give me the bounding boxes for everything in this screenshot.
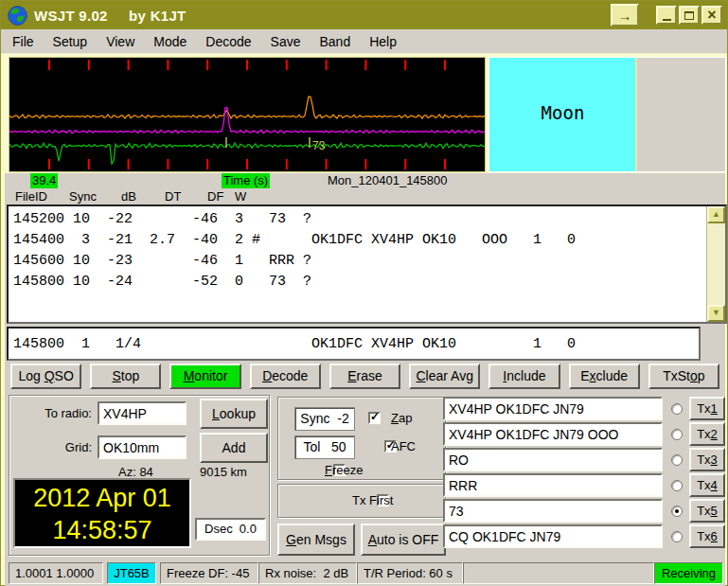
average-row: 145800 1 1/4 OK1DFC XV4HP OK10 1 0 — [5, 327, 725, 361]
spectrum-panel[interactable]: 73 — [9, 57, 486, 172]
sync-threshold-box[interactable]: Sync -2 — [294, 407, 355, 431]
afc-label: AFC — [391, 439, 416, 453]
time-axis-label: Time (s) — [222, 173, 270, 188]
stop-button[interactable]: Stop — [90, 364, 161, 389]
tx1-button[interactable]: Tx1 — [689, 397, 725, 420]
to-radio-input[interactable] — [98, 401, 186, 425]
decode-header-row: FileIDSyncdBDTDFW — [5, 188, 725, 204]
monitor-button[interactable]: Monitor — [169, 364, 240, 389]
tx1-message-input[interactable] — [443, 397, 663, 420]
lookup-button[interactable]: Lookup — [200, 399, 268, 429]
clock-date: 2012 Apr 01 — [15, 482, 189, 514]
decode-window[interactable]: 145200 10 -22 -46 3 73 ? 145400 3 -21 2.… — [7, 204, 727, 324]
close-icon: × — [707, 8, 716, 23]
column-df: DF — [207, 189, 223, 204]
tx4-button[interactable]: Tx4 — [689, 473, 725, 497]
tx2-button[interactable]: Tx2 — [689, 422, 725, 446]
tx4-message-input[interactable] — [443, 473, 663, 497]
scroll-down-icon[interactable]: ▼ — [707, 305, 725, 322]
menu-decode[interactable]: Decode — [196, 30, 260, 53]
menu-mode[interactable]: Mode — [144, 30, 196, 53]
tolerance-box[interactable]: Tol 50 — [294, 435, 355, 459]
column-sync: Sync — [69, 189, 97, 204]
tx3-radio[interactable] — [671, 454, 683, 466]
grid-input[interactable] — [98, 435, 186, 459]
lower-area: 39.4 Time (s) Mon_120401_145800 FileIDSy… — [5, 173, 725, 586]
auto-button[interactable]: Auto is OFF — [361, 524, 446, 556]
tx-rows: Tx1Tx2Tx3Tx4Tx5Tx6 — [443, 396, 725, 549]
spacer-panel — [463, 562, 654, 584]
tx1-radio[interactable] — [671, 403, 683, 415]
txstop-button[interactable]: TxStop — [648, 364, 719, 389]
maximize-button[interactable] — [679, 6, 700, 25]
tx2-message-input[interactable] — [443, 422, 663, 446]
column-w: W — [235, 189, 246, 204]
tx-row-1: Tx1 — [443, 396, 725, 421]
spectrum-plot[interactable]: 73 — [9, 58, 485, 171]
include-button[interactable]: Include — [488, 364, 559, 389]
tx6-button[interactable]: Tx6 — [689, 524, 725, 548]
minimize-icon — [663, 12, 671, 21]
tx5-message-input[interactable] — [443, 499, 663, 523]
grid-label: Grid: — [27, 440, 92, 454]
zap-checkbox[interactable] — [368, 412, 381, 424]
wsjt-window: WSJT 9.02 by K1JT → × FileSetupViewModeD… — [0, 0, 728, 586]
tx-row-3: Tx3 — [443, 447, 725, 472]
moon-lines: Az: 107.7El: 33.0Dop: 57Dgrd: -1. — [494, 168, 635, 171]
receiving-panel: Receiving — [654, 562, 723, 584]
exclude-button[interactable]: Exclude — [569, 364, 640, 389]
recording-file-label: Mon_120401_145800 — [328, 173, 448, 188]
tx5-button[interactable]: Tx5 — [689, 499, 725, 523]
add-button[interactable]: Add — [200, 433, 268, 463]
control-panel: To radio: Lookup Grid: Add Az: 84 9015 k… — [5, 391, 725, 559]
moon-line-0: Az: 107.7 — [494, 168, 635, 171]
tx5-radio[interactable] — [671, 506, 683, 517]
tx2-radio[interactable] — [671, 429, 683, 440]
column-dt: DT — [165, 189, 181, 204]
log-qso-button[interactable]: Log QSO — [10, 364, 81, 389]
tx-row-5: Tx5 — [443, 498, 725, 524]
decode-output[interactable]: 145200 10 -22 -46 3 73 ? 145400 3 -21 2.… — [9, 206, 725, 293]
tx6-message-input[interactable] — [443, 524, 663, 548]
freeze-df-panel: Freeze DF: -45 — [160, 562, 258, 584]
close-button[interactable]: × — [701, 6, 722, 25]
title-bar: WSJT 9.02 by K1JT → × — [1, 1, 727, 29]
tx3-button[interactable]: Tx3 — [689, 448, 725, 471]
menu-file[interactable]: File — [3, 30, 44, 53]
tx4-radio[interactable] — [671, 480, 683, 491]
distance-readout: 9015 km — [200, 465, 247, 479]
gen-msgs-button[interactable]: Gen Msgs — [277, 524, 355, 556]
clock-time: 14:58:57 — [15, 514, 189, 546]
app-globe-icon — [8, 6, 27, 26]
tx-first-label: Tx First — [352, 493, 393, 507]
arrow-button[interactable]: → — [611, 4, 639, 27]
minimize-button[interactable] — [656, 6, 677, 25]
scroll-up-icon[interactable]: ▲ — [707, 206, 725, 223]
menu-save[interactable]: Save — [261, 30, 311, 53]
axis-labels-row: 39.4 Time (s) Mon_120401_145800 — [5, 173, 725, 188]
decode-scrollbar[interactable]: ▲ ▼ — [706, 206, 725, 322]
avg-output[interactable]: 145800 1 1/4 OK1DFC XV4HP OK10 1 0 — [9, 329, 699, 352]
decode-button[interactable]: Decode — [250, 364, 321, 389]
average-window[interactable]: 145800 1 1/4 OK1DFC XV4HP OK10 1 0 — [7, 327, 701, 361]
dsec-readout: Dsec 0.0 — [195, 518, 266, 541]
clear-avg-button[interactable]: Clear Avg — [409, 364, 480, 389]
tx-row-4: Tx4 — [443, 472, 725, 498]
tx3-message-input[interactable] — [443, 448, 663, 471]
menu-setup[interactable]: Setup — [44, 30, 98, 53]
menu-help[interactable]: Help — [360, 30, 406, 53]
menu-bar: FileSetupViewModeDecodeSaveBandHelp — [1, 29, 727, 54]
maximize-icon — [684, 11, 694, 20]
freq-readout-badge: 39.4 — [30, 173, 58, 188]
tx6-radio[interactable] — [671, 531, 683, 542]
column-fileid: FileID — [15, 189, 47, 204]
moon-panel-frame: Moon Az: 107.7El: 33.0Dop: 57Dgrd: -1. — [488, 57, 726, 172]
menu-view[interactable]: View — [97, 30, 144, 53]
moon-panel: Moon Az: 107.7El: 33.0Dop: 57Dgrd: -1. — [489, 58, 637, 171]
tr-period-panel: T/R Period: 60 s — [357, 562, 463, 584]
to-radio-label: To radio: — [27, 406, 92, 420]
tx-row-6: Tx6 — [443, 524, 725, 549]
erase-button[interactable]: Erase — [329, 364, 400, 389]
svg-text:73: 73 — [312, 139, 326, 152]
menu-band[interactable]: Band — [310, 30, 360, 53]
